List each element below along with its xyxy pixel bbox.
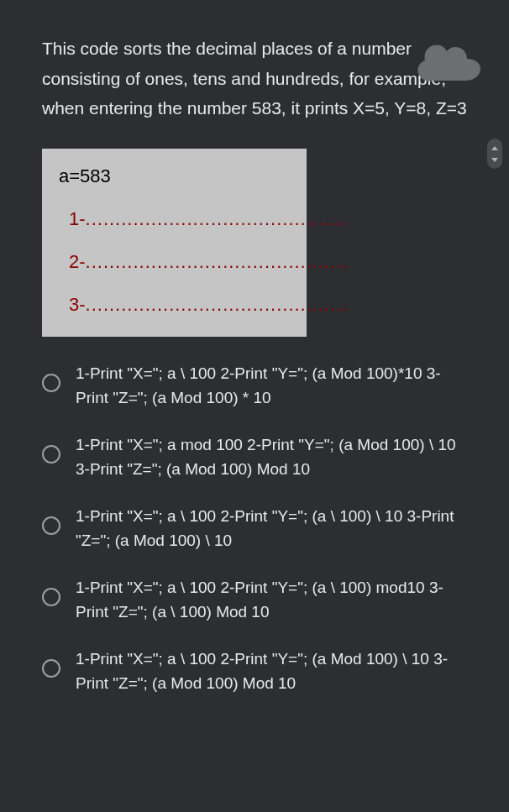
option-5[interactable]: 1-Print "X="; a \ 100 2-Print "Y="; (a M… bbox=[42, 647, 467, 695]
code-line-1: 1-......................................… bbox=[59, 208, 290, 230]
option-3[interactable]: 1-Print "X="; a \ 100 2-Print "Y="; (a \… bbox=[42, 505, 467, 553]
radio-button[interactable] bbox=[42, 374, 60, 392]
code-box: a=583 1-................................… bbox=[42, 149, 307, 337]
scroll-down-icon bbox=[491, 158, 498, 162]
cloud-icon bbox=[417, 42, 484, 84]
option-text: 1-Print "X="; a \ 100 2-Print "Y="; (a \… bbox=[76, 576, 467, 624]
code-variable: a=583 bbox=[59, 165, 290, 187]
options-list: 1-Print "X="; a \ 100 2-Print "Y="; (a M… bbox=[42, 362, 467, 695]
question-prompt: This code sorts the decimal places of a … bbox=[42, 34, 467, 123]
option-text: 1-Print "X="; a \ 100 2-Print "Y="; (a M… bbox=[76, 647, 467, 695]
scroll-up-icon bbox=[491, 146, 498, 150]
option-2[interactable]: 1-Print "X="; a mod 100 2-Print "Y="; (a… bbox=[42, 433, 467, 481]
option-text: 1-Print "X="; a \ 100 2-Print "Y="; (a \… bbox=[76, 505, 467, 553]
code-line-3: 3-......................................… bbox=[59, 294, 290, 316]
radio-button[interactable] bbox=[42, 659, 60, 678]
option-text: 1-Print "X="; a \ 100 2-Print "Y="; (a M… bbox=[76, 362, 467, 410]
radio-button[interactable] bbox=[42, 516, 60, 535]
radio-button[interactable] bbox=[42, 445, 60, 464]
option-4[interactable]: 1-Print "X="; a \ 100 2-Print "Y="; (a \… bbox=[42, 576, 467, 624]
option-1[interactable]: 1-Print "X="; a \ 100 2-Print "Y="; (a M… bbox=[42, 362, 467, 410]
radio-button[interactable] bbox=[42, 588, 60, 606]
scroll-indicator[interactable] bbox=[487, 139, 502, 169]
code-line-2: 2-......................................… bbox=[59, 251, 290, 273]
option-text: 1-Print "X="; a mod 100 2-Print "Y="; (a… bbox=[76, 433, 467, 481]
